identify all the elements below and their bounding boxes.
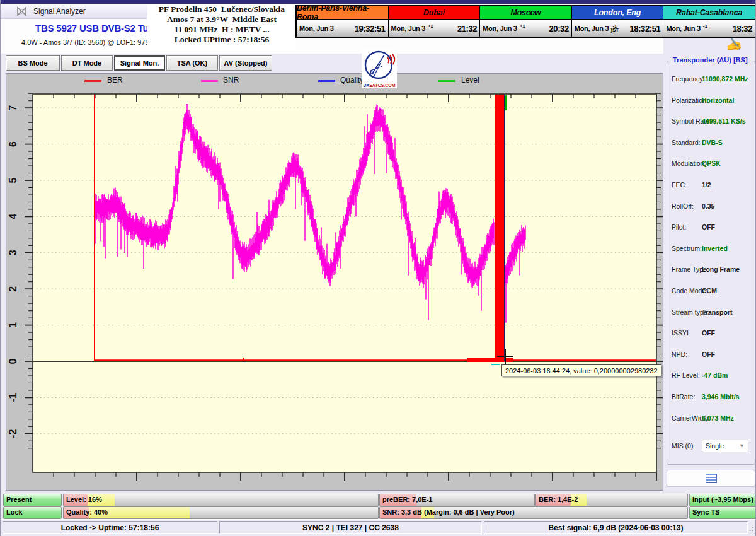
signal-chart[interactable]: -2-101234567 — [6, 74, 663, 490]
window-title: Signal Analyzer — [33, 7, 86, 16]
clock-time-dubai: Mon, Jun 3 +2 21:32 — [389, 19, 481, 37]
transponder-row-label: NPD: — [672, 351, 687, 358]
status-uptime: Locked -> Uptime: 57:18:56 — [3, 521, 217, 534]
transponder-row-value: OFF — [702, 351, 715, 358]
clock-time: 21:32 — [457, 24, 477, 33]
clock-time: 18:32:51 — [630, 24, 661, 33]
transponder-row-label: BitRate: — [672, 393, 695, 400]
clock-name-rabat: Rabat-Casablanca — [663, 6, 755, 19]
site-line-3: 11 091 MHz_H : METV ... — [147, 25, 296, 35]
svg-text:2: 2 — [8, 286, 18, 292]
clock-date: Mon, Jun 3 — [483, 25, 517, 32]
mis-label: MIS (0): — [672, 442, 695, 450]
transponder-row-label: Modulation: — [672, 160, 706, 167]
transponder-groupbox: Single ▼ Frequency:11090,872 MHzPolariza… — [667, 61, 755, 465]
site-line-1: PF Prodelin 450_Lučenec/Slovakia — [147, 4, 296, 15]
lock-indicator: Lock — [3, 506, 62, 519]
clock-date: Mon, Jun 3 — [299, 25, 333, 32]
tuner-title: TBS 5927 USB DVB-S2 Tuner — [35, 23, 163, 33]
status-sync-counters: SYNC 2 | TEI 327 | CC 2638 — [219, 521, 482, 534]
clock-utc-offset: +2 — [428, 23, 433, 29]
site-info-block: PF Prodelin 450_Lučenec/Slovakia Amos 7 … — [147, 4, 296, 50]
chart-tooltip: 2024-06-03 16.44.24, value: 0,2000000029… — [501, 364, 662, 376]
svg-text:0: 0 — [8, 358, 18, 364]
transponder-list-button[interactable] — [667, 470, 755, 487]
clock-name-berlin: Berlin-Paris-Vienna-Roma — [297, 6, 389, 19]
clock-name-moscow: Moscow — [480, 6, 572, 19]
input-indicator: Input (~3,95 Mbps) — [689, 494, 756, 506]
clock-utc-offset: +1 — [520, 23, 525, 29]
transponder-row-value: Horizontal — [702, 96, 734, 104]
satellite-dish-icon — [362, 49, 397, 81]
dxsatcs-logo: DXSATCS.COM — [362, 49, 397, 88]
chevron-down-icon: ▼ — [739, 443, 745, 449]
transponder-row-value: 3,946 Mbit/s — [702, 393, 740, 400]
clock-date: Mon, Jun 3 — [575, 25, 609, 32]
transponder-row-value: 11090,872 MHz — [702, 75, 748, 83]
transponder-row-value: -47 dBm — [702, 371, 728, 379]
svg-text:4: 4 — [8, 214, 18, 219]
transponder-row-value: 4499,511 KS/s — [702, 117, 745, 125]
svg-text:5: 5 — [8, 177, 18, 183]
snr-bar: SNR: 3,3 dB (Margin: 0,6 dB | Very Poor) — [379, 506, 688, 519]
mis-select[interactable]: Single ▼ — [702, 440, 748, 452]
clock-time-moscow: Mon, Jun 3 +1 20:32 — [480, 19, 572, 37]
transponder-row-value: Transport — [702, 308, 732, 316]
clock-time-rabat: Mon, Jun 3 -1 18:32 — [663, 19, 755, 37]
transponder-row-value: 1/2 — [702, 181, 711, 189]
tsa-button[interactable]: TSA (OK) — [166, 55, 218, 71]
clock-dst-offset: -1 )ST — [610, 25, 619, 32]
transponder-row-value: CCM — [702, 287, 717, 294]
transponder-row-value: OFF — [702, 329, 715, 337]
resize-grip[interactable]: .: — [749, 525, 755, 532]
app-icon — [16, 6, 27, 16]
transponder-row-value: Inverted — [702, 245, 728, 252]
svg-text:1: 1 — [8, 322, 18, 328]
transponder-row-label: RF Level: — [672, 371, 700, 379]
transponder-row-value: OFF — [702, 223, 715, 231]
clock-time-berlin: Mon, Jun 3 19:32:51 — [297, 19, 389, 37]
transponder-row-value: Long Frame — [702, 265, 740, 273]
clock-names-row: Berlin-Paris-Vienna-Roma Dubai Moscow Lo… — [297, 6, 755, 19]
clock-date: Mon, Jun 3 — [666, 25, 700, 32]
site-line-4: Locked UPtime : 57:18:56 — [147, 35, 296, 45]
site-line-2: Amos 7 at 3.9°W_Middle East — [147, 15, 296, 25]
transponder-row-label: Standard: — [672, 139, 701, 146]
transponder-row-label: Pilot: — [672, 223, 686, 231]
world-clocks: Berlin-Paris-Vienna-Roma Dubai Moscow Lo… — [295, 5, 756, 38]
bs-mode-button[interactable]: BS Mode — [6, 55, 60, 71]
transponder-row-label: FEC: — [672, 181, 687, 189]
clock-date: Mon, Jun 3 — [391, 25, 425, 32]
list-icon — [706, 474, 717, 483]
level-bar: Level: 16% — [63, 494, 379, 506]
clock-time: 18:32 — [733, 24, 752, 33]
transponder-row-value: QPSK — [702, 160, 721, 167]
transponder-row-value: DVB-S — [702, 139, 723, 146]
svg-text:3: 3 — [8, 250, 18, 255]
svg-text:6: 6 — [8, 141, 18, 147]
prebber-bar: preBER: 7,0E-1 — [379, 494, 535, 506]
mis-selected-value: Single — [706, 442, 724, 450]
clock-utc-offset: -1 — [703, 23, 707, 29]
logo-text-dx: DX — [363, 83, 369, 88]
clock-time-london: Mon, Jun 3 -1 )ST 18:32:51 — [572, 19, 664, 37]
clock-name-london: London, Eng — [572, 6, 664, 19]
logo-text-rest: SATCS.COM — [369, 83, 395, 88]
ber-bar: BER: 1,4E-2 — [536, 494, 688, 506]
chart-container: BER SNR Quality Level -2-101234567 — [6, 73, 663, 491]
writing-hand-icon: ✍ — [726, 37, 742, 52]
present-indicator: Present — [3, 494, 62, 506]
quality-bar: Quality: 40% — [63, 506, 379, 519]
signal-mon-button[interactable]: Signal Mon. — [114, 55, 165, 71]
status-best-signal: Best signal: 6,9 dB (2024-06-03 00:13) — [484, 521, 748, 534]
clock-time: 20:32 — [549, 24, 569, 33]
svg-text:-2: -2 — [8, 429, 18, 438]
clock-time: 19:32:51 — [355, 24, 386, 33]
transponder-row-label: ISSYI — [672, 329, 689, 337]
dt-mode-button[interactable]: DT Mode — [61, 55, 113, 71]
clock-name-dubai: Dubai — [389, 6, 481, 19]
av-button[interactable]: AV (Stopped) — [219, 55, 272, 71]
svg-text:7: 7 — [8, 105, 18, 111]
transponder-row-label: Spectrum: — [672, 245, 702, 252]
sync-ts-indicator: Sync TS — [689, 506, 756, 519]
